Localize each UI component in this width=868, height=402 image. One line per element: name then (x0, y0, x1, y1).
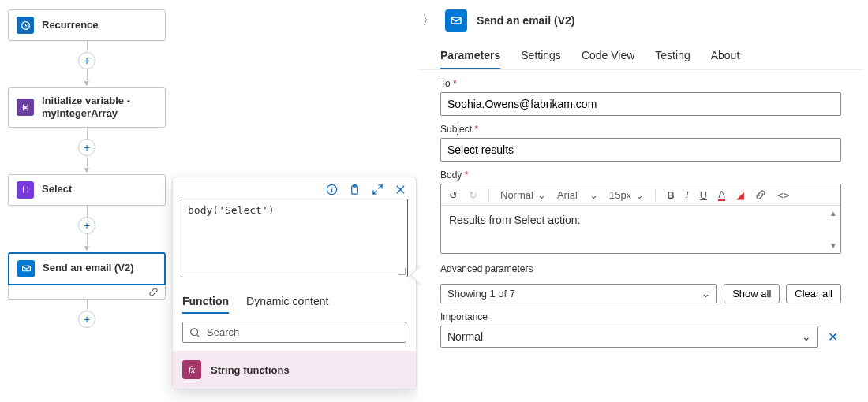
variable-icon (17, 99, 34, 116)
svg-rect-6 (451, 17, 461, 24)
chevron-down-icon: ⌄ (537, 189, 546, 201)
select-icon (17, 181, 34, 199)
to-input[interactable] (440, 92, 841, 116)
tab-dynamic-content[interactable]: Dynamic content (246, 290, 328, 314)
expression-search[interactable]: Search (182, 322, 406, 343)
info-icon[interactable] (326, 184, 338, 195)
flow-card-label: Recurrence (42, 19, 99, 32)
add-step-button[interactable]: + (78, 311, 95, 328)
tab-settings[interactable]: Settings (521, 43, 561, 69)
panel-title: Send an email (V2) (477, 14, 574, 27)
scroll-up-icon[interactable]: ▲ (829, 209, 837, 218)
expand-icon[interactable] (372, 184, 383, 195)
tab-parameters[interactable]: Parameters (440, 43, 500, 69)
rte-toolbar: ↺ ↻ Normal ⌄ Arial ⌄ 15px ⌄ B I U A ◢ <> (441, 184, 840, 206)
outlook-icon (445, 9, 467, 32)
flow-card-label: Select (42, 183, 72, 195)
underline-icon[interactable]: U (700, 189, 707, 201)
highlight-icon[interactable]: ◢ (736, 189, 744, 201)
clipboard-icon[interactable] (349, 184, 361, 195)
flow-card-label: Initialize variable - myIntegerArray (42, 95, 157, 121)
advanced-parameters-value: Showing 1 of 7 (447, 288, 515, 300)
link-icon (148, 287, 159, 297)
close-icon[interactable] (395, 184, 406, 195)
category-string-functions[interactable]: fx String functions (173, 351, 416, 389)
importance-label: Importance (440, 311, 841, 322)
font-color-icon[interactable]: A (718, 189, 725, 201)
expression-input[interactable]: body('Select') (181, 199, 408, 277)
tab-testing[interactable]: Testing (655, 43, 690, 69)
tab-about[interactable]: About (711, 43, 740, 69)
size-select[interactable]: 15px ⌄ (609, 189, 644, 201)
redo-icon[interactable]: ↻ (469, 189, 477, 201)
flow-card-recurrence[interactable]: Recurrence (8, 9, 166, 41)
clear-all-button[interactable]: Clear all (786, 284, 841, 303)
remove-parameter-button[interactable]: ✕ (825, 329, 841, 344)
search-placeholder: Search (207, 326, 239, 338)
chevron-down-icon: ⌄ (589, 189, 598, 201)
tab-codeview[interactable]: Code View (582, 43, 634, 69)
svg-point-5 (191, 328, 198, 335)
flow-card-select[interactable]: Select (8, 174, 166, 206)
chevron-down-icon: ⌄ (802, 330, 811, 343)
scroll-down-icon[interactable]: ▼ (829, 241, 837, 250)
advanced-parameters-select[interactable]: Showing 1 of 7 ⌄ (440, 284, 717, 303)
body-text: Results from Select action: (449, 214, 581, 226)
body-editor[interactable]: Results from Select action: ▲ ▼ (441, 206, 840, 253)
collapse-panel-button[interactable]: 〉 (421, 13, 436, 29)
bold-icon[interactable]: B (667, 189, 674, 201)
flow-card-footer (8, 285, 166, 300)
fx-icon: fx (182, 360, 201, 379)
font-select[interactable]: Arial ⌄ (557, 189, 598, 201)
add-step-button[interactable]: + (78, 139, 95, 156)
add-step-button[interactable]: + (78, 217, 95, 234)
code-icon[interactable]: <> (777, 189, 790, 201)
clock-icon (17, 17, 34, 34)
to-label: To * (440, 78, 841, 89)
tab-function[interactable]: Function (182, 290, 229, 314)
subject-label: Subject * (440, 124, 841, 135)
style-select[interactable]: Normal ⌄ (500, 189, 546, 201)
svg-rect-1 (22, 266, 30, 271)
search-icon (189, 327, 200, 338)
undo-icon[interactable]: ↺ (449, 189, 458, 201)
link-icon[interactable] (755, 189, 766, 200)
subject-input[interactable] (440, 138, 841, 162)
chevron-down-icon: ⌄ (635, 189, 644, 201)
importance-value: Normal (447, 330, 483, 343)
category-label: String functions (211, 364, 290, 376)
italic-icon[interactable]: I (686, 188, 689, 201)
flow-card-label: Send an email (V2) (43, 262, 134, 274)
body-label: Body * (440, 169, 841, 181)
expression-popover: body('Select') Function Dynamic content … (172, 177, 417, 389)
flow-card-send-email[interactable]: Send an email (V2) (8, 252, 166, 285)
add-step-button[interactable]: + (78, 52, 95, 69)
outlook-icon (17, 260, 35, 277)
advanced-parameters-label: Advanced parameters (440, 263, 841, 274)
flow-card-initialize-variable[interactable]: Initialize variable - myIntegerArray (8, 87, 166, 128)
importance-select[interactable]: Normal ⌄ (440, 326, 818, 348)
show-all-button[interactable]: Show all (724, 284, 780, 303)
chevron-down-icon: ⌄ (702, 288, 710, 300)
details-panel: 〉 Send an email (V2) Parameters Settings… (418, 5, 863, 397)
